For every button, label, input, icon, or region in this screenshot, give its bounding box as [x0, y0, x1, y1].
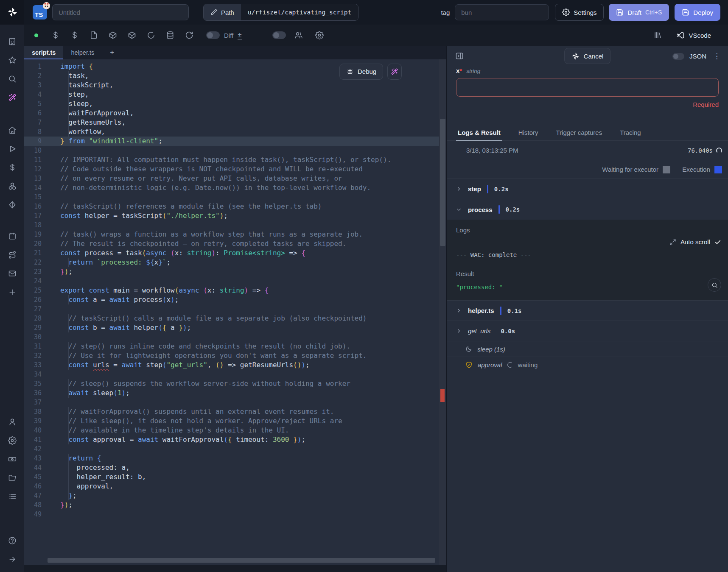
sidebar-item-workers[interactable] [0, 450, 24, 469]
settings-button[interactable]: Settings [555, 4, 604, 21]
code-line[interactable]: 47 }; [24, 491, 446, 500]
tab-trigger-captures[interactable]: Trigger captures [556, 124, 602, 140]
path-value[interactable]: u/rfiszel/captivating_script [241, 4, 358, 20]
code-line[interactable]: 40 // available in the timeline step's d… [24, 426, 446, 435]
code-line[interactable]: 33 const urls = await step("get_urls", (… [24, 360, 446, 370]
code-line[interactable]: 45 helper_result: b, [24, 472, 446, 482]
editor-vertical-scrollbar[interactable] [439, 59, 446, 565]
path-group[interactable]: Path u/rfiszel/captivating_script [203, 4, 358, 21]
code-line[interactable]: 16// taskScript() references a module fi… [24, 202, 446, 211]
code-line[interactable]: 27 [24, 304, 446, 314]
code-line[interactable]: 36 await sleep(1); [24, 388, 446, 398]
plus-minus-icon[interactable]: ± [238, 31, 241, 39]
code-line[interactable]: 6 waitForApproval, [24, 109, 446, 118]
code-line[interactable]: 5 sleep, [24, 99, 446, 109]
deploy-button[interactable]: Deploy [675, 4, 720, 21]
search-result-button[interactable] [708, 278, 721, 292]
path-edit-button[interactable]: Path [204, 4, 241, 20]
code-line[interactable]: 35 // sleep() suspends the workflow serv… [24, 379, 446, 388]
json-toggle[interactable] [672, 53, 684, 60]
code-line[interactable]: 41 const approval = await waitForApprova… [24, 435, 446, 444]
sidebar-item-workspace[interactable] [0, 32, 24, 51]
step-row-helper[interactable]: helper.ts 0.1s [447, 301, 728, 321]
code-line[interactable]: 3 taskScript, [24, 81, 446, 90]
sidebar-item-variables[interactable] [0, 158, 24, 177]
users-icon[interactable] [289, 31, 308, 39]
variables-icon[interactable] [46, 31, 65, 39]
sidebar-item-favorites[interactable] [0, 51, 24, 70]
code-line[interactable]: 43 return { [24, 454, 446, 463]
step-row-process[interactable]: process 0.2s [447, 199, 728, 220]
library-icon[interactable] [653, 31, 662, 39]
code-line[interactable]: 11// IMPORTANT: All computation must hap… [24, 155, 446, 165]
code-line[interactable]: 12// Code outside these wrappers is NOT … [24, 165, 446, 174]
kebab-menu-icon[interactable]: ⋮ [711, 52, 722, 61]
code-line[interactable]: 32 // Use it for lightweight operations … [24, 351, 446, 360]
code-line[interactable]: 28 // taskScript() calls a module file a… [24, 314, 446, 323]
code-line[interactable]: 25export const main = workflow(async (x:… [24, 286, 446, 295]
editor-settings-icon[interactable] [310, 31, 329, 39]
code-line[interactable]: 37 [24, 398, 446, 407]
database-icon[interactable] [160, 31, 179, 39]
code-line[interactable]: 49 [24, 510, 446, 519]
code-line[interactable]: 21const process = task(async (x: string)… [24, 248, 446, 258]
code-line[interactable]: 19// task() wraps a function as a workfl… [24, 230, 446, 239]
file-icon[interactable] [84, 31, 103, 39]
sidebar-item-resources[interactable] [0, 177, 24, 195]
sidebar-item-schedules[interactable] [0, 227, 24, 246]
script-name-input[interactable] [52, 4, 189, 20]
sidebar-item-triggers[interactable] [0, 246, 24, 264]
code-line[interactable]: 20// The result is checkpointed — on ret… [24, 239, 446, 248]
step-row-get-urls[interactable]: get_urls 0.0s [447, 321, 728, 341]
code-line[interactable]: 15 [24, 193, 446, 202]
sidebar-item-home[interactable] [0, 121, 24, 140]
diff-toggle[interactable] [206, 31, 220, 39]
windmill-logo[interactable] [0, 0, 24, 25]
sidebar-item-assets[interactable] [0, 195, 24, 214]
tag-input[interactable] [455, 4, 549, 20]
code-line[interactable]: 23}); [24, 267, 446, 276]
step-row-approval[interactable]: approval waiting [447, 357, 728, 373]
add-tab-button[interactable]: + [102, 46, 122, 59]
contextual-variables-icon[interactable] [65, 31, 84, 39]
tab-script-ts[interactable]: script.ts [24, 46, 63, 59]
run-summary-row[interactable]: 3/18, 03:13:25 PM 76.040s [447, 141, 728, 160]
code-line[interactable]: 17const helper = taskScript("./helper.ts… [24, 211, 446, 220]
sidebar-item-add[interactable] [0, 283, 24, 301]
refresh-icon[interactable] [179, 31, 199, 39]
sidebar-item-runs[interactable] [0, 140, 24, 158]
tab-tracing[interactable]: Tracing [620, 124, 641, 140]
code-line[interactable]: 22 return `processed: ${x}`; [24, 258, 446, 267]
auto-scroll-control[interactable]: Auto scroll [669, 238, 721, 246]
code-line[interactable]: 8 workflow, [24, 127, 446, 137]
sidebar-item-users[interactable] [0, 413, 24, 431]
draft-button[interactable]: Draft Ctrl+S [609, 4, 669, 21]
scrollbar-thumb[interactable] [440, 119, 445, 246]
code-line[interactable]: 48}); [24, 500, 446, 510]
code-line[interactable]: 42 [24, 444, 446, 454]
ai-wand-button[interactable] [387, 64, 402, 80]
sidebar-item-search[interactable] [0, 70, 24, 88]
code-line[interactable]: 46 approval, [24, 482, 446, 491]
code-line[interactable]: 4 step, [24, 90, 446, 99]
package-icon[interactable] [103, 31, 122, 39]
code-line[interactable]: 18 [24, 220, 446, 230]
code-line[interactable]: 34 [24, 370, 446, 379]
sidebar-collapse-toggle[interactable] [0, 550, 24, 569]
step-row-step[interactable]: step 0.2s [447, 179, 728, 199]
sidebar-item-mail[interactable] [0, 264, 24, 283]
sidebar-item-settings[interactable] [0, 431, 24, 450]
cancel-button[interactable]: Cancel [564, 48, 611, 64]
sidebar-item-ai[interactable] [0, 88, 24, 107]
code-line[interactable]: 14// non-deterministic logic (e.g. Date.… [24, 183, 446, 193]
x-input-field[interactable] [456, 78, 719, 97]
code-line[interactable]: 39 // Like sleep(), it does not hold a w… [24, 416, 446, 426]
code-line[interactable]: 26 const a = await process(x); [24, 295, 446, 304]
ring-icon[interactable] [141, 31, 160, 39]
code-line[interactable]: 38 // waitForApproval() suspends until a… [24, 407, 446, 416]
multiplayer-toggle[interactable] [272, 31, 286, 39]
sidebar-item-folders[interactable] [0, 469, 24, 487]
package2-icon[interactable] [122, 31, 141, 39]
code-line[interactable]: 9} from "windmill-client"; [24, 137, 446, 146]
debug-button[interactable]: Debug [339, 64, 383, 80]
